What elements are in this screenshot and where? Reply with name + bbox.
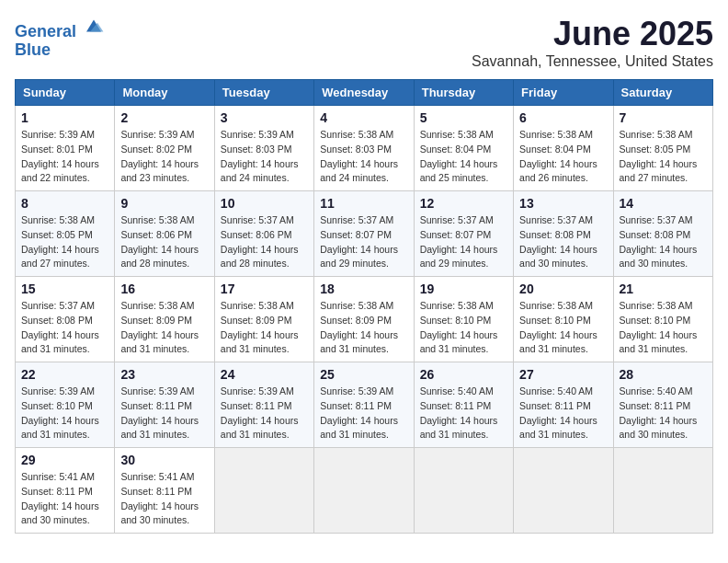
col-header-friday: Friday xyxy=(514,80,613,106)
day-info: Sunrise: 5:41 AMSunset: 8:11 PMDaylight:… xyxy=(120,470,208,528)
day-info: Sunrise: 5:38 AMSunset: 8:09 PMDaylight:… xyxy=(221,299,308,357)
calendar-cell: 20Sunrise: 5:38 AMSunset: 8:10 PMDayligh… xyxy=(514,277,613,362)
col-header-sunday: Sunday xyxy=(16,80,115,106)
calendar-table: SundayMondayTuesdayWednesdayThursdayFrid… xyxy=(15,79,713,534)
day-info: Sunrise: 5:41 AMSunset: 8:11 PMDaylight:… xyxy=(21,470,108,528)
day-number: 5 xyxy=(420,110,507,125)
calendar-cell: 30Sunrise: 5:41 AMSunset: 8:11 PMDayligh… xyxy=(115,448,214,534)
day-info: Sunrise: 5:37 AMSunset: 8:08 PMDaylight:… xyxy=(519,213,607,271)
day-info: Sunrise: 5:38 AMSunset: 8:05 PMDaylight:… xyxy=(620,128,707,186)
day-info: Sunrise: 5:39 AMSunset: 8:02 PMDaylight:… xyxy=(120,128,208,186)
day-number: 10 xyxy=(221,196,308,211)
calendar-cell: 5Sunrise: 5:38 AMSunset: 8:04 PMDaylight… xyxy=(414,106,513,191)
calendar-cell: 18Sunrise: 5:38 AMSunset: 8:09 PMDayligh… xyxy=(314,277,414,362)
calendar-cell: 8Sunrise: 5:38 AMSunset: 8:05 PMDaylight… xyxy=(16,191,115,277)
day-info: Sunrise: 5:37 AMSunset: 8:07 PMDaylight:… xyxy=(320,213,407,271)
day-info: Sunrise: 5:38 AMSunset: 8:10 PMDaylight:… xyxy=(620,299,707,357)
day-number: 23 xyxy=(120,367,208,382)
calendar-cell: 6Sunrise: 5:38 AMSunset: 8:04 PMDaylight… xyxy=(514,106,613,191)
day-number: 18 xyxy=(320,282,407,296)
logo-icon xyxy=(83,15,105,37)
calendar-cell: 10Sunrise: 5:37 AMSunset: 8:06 PMDayligh… xyxy=(214,191,313,277)
day-info: Sunrise: 5:39 AMSunset: 8:01 PMDaylight:… xyxy=(21,128,108,186)
month-title: June 2025 xyxy=(472,15,713,53)
calendar-cell: 3Sunrise: 5:39 AMSunset: 8:03 PMDaylight… xyxy=(214,106,313,191)
calendar-week-5: 29Sunrise: 5:41 AMSunset: 8:11 PMDayligh… xyxy=(16,448,713,534)
day-info: Sunrise: 5:39 AMSunset: 8:11 PMDaylight:… xyxy=(221,385,308,442)
calendar-week-2: 8Sunrise: 5:38 AMSunset: 8:05 PMDaylight… xyxy=(16,191,713,277)
day-number: 25 xyxy=(320,367,407,382)
calendar-cell: 24Sunrise: 5:39 AMSunset: 8:11 PMDayligh… xyxy=(214,362,313,448)
day-number: 2 xyxy=(120,110,208,125)
calendar-cell: 14Sunrise: 5:37 AMSunset: 8:08 PMDayligh… xyxy=(613,191,712,277)
calendar-cell xyxy=(314,448,414,534)
day-info: Sunrise: 5:40 AMSunset: 8:11 PMDaylight:… xyxy=(420,385,507,442)
day-info: Sunrise: 5:37 AMSunset: 8:06 PMDaylight:… xyxy=(221,213,308,271)
calendar-header-row: SundayMondayTuesdayWednesdayThursdayFrid… xyxy=(16,80,713,106)
day-number: 16 xyxy=(120,282,208,296)
day-number: 7 xyxy=(620,110,707,125)
calendar-cell: 22Sunrise: 5:39 AMSunset: 8:10 PMDayligh… xyxy=(16,362,115,448)
calendar-cell: 7Sunrise: 5:38 AMSunset: 8:05 PMDaylight… xyxy=(613,106,712,191)
calendar-cell: 28Sunrise: 5:40 AMSunset: 8:11 PMDayligh… xyxy=(613,362,712,448)
day-number: 3 xyxy=(221,110,308,125)
day-number: 21 xyxy=(620,282,707,296)
calendar-cell: 25Sunrise: 5:39 AMSunset: 8:11 PMDayligh… xyxy=(314,362,414,448)
calendar-week-1: 1Sunrise: 5:39 AMSunset: 8:01 PMDaylight… xyxy=(16,106,713,191)
calendar-cell: 17Sunrise: 5:38 AMSunset: 8:09 PMDayligh… xyxy=(214,277,313,362)
logo-blue: Blue xyxy=(15,40,51,59)
day-number: 19 xyxy=(420,282,507,296)
calendar-cell: 19Sunrise: 5:38 AMSunset: 8:10 PMDayligh… xyxy=(414,277,513,362)
col-header-saturday: Saturday xyxy=(613,80,712,106)
day-number: 22 xyxy=(21,367,108,382)
page-header: General Blue June 2025 Savannah, Tenness… xyxy=(15,15,713,70)
calendar-cell xyxy=(414,448,513,534)
calendar-cell: 23Sunrise: 5:39 AMSunset: 8:11 PMDayligh… xyxy=(115,362,214,448)
calendar-cell: 11Sunrise: 5:37 AMSunset: 8:07 PMDayligh… xyxy=(314,191,414,277)
day-info: Sunrise: 5:38 AMSunset: 8:10 PMDaylight:… xyxy=(420,299,507,357)
day-info: Sunrise: 5:40 AMSunset: 8:11 PMDaylight:… xyxy=(620,385,707,442)
day-info: Sunrise: 5:39 AMSunset: 8:03 PMDaylight:… xyxy=(221,128,308,186)
calendar-cell: 12Sunrise: 5:37 AMSunset: 8:07 PMDayligh… xyxy=(414,191,513,277)
day-info: Sunrise: 5:37 AMSunset: 8:07 PMDaylight:… xyxy=(420,213,507,271)
day-number: 24 xyxy=(221,367,308,382)
calendar-cell: 13Sunrise: 5:37 AMSunset: 8:08 PMDayligh… xyxy=(514,191,613,277)
day-number: 13 xyxy=(519,196,607,211)
day-number: 8 xyxy=(21,196,108,211)
calendar-cell: 9Sunrise: 5:38 AMSunset: 8:06 PMDaylight… xyxy=(115,191,214,277)
day-number: 1 xyxy=(21,110,108,125)
calendar-cell: 27Sunrise: 5:40 AMSunset: 8:11 PMDayligh… xyxy=(514,362,613,448)
day-number: 28 xyxy=(620,367,707,382)
logo-general: General xyxy=(15,22,76,40)
day-info: Sunrise: 5:37 AMSunset: 8:08 PMDaylight:… xyxy=(620,213,707,271)
day-info: Sunrise: 5:38 AMSunset: 8:06 PMDaylight:… xyxy=(120,213,208,271)
day-number: 6 xyxy=(519,110,607,125)
day-info: Sunrise: 5:39 AMSunset: 8:10 PMDaylight:… xyxy=(21,385,108,442)
calendar-cell: 2Sunrise: 5:39 AMSunset: 8:02 PMDaylight… xyxy=(115,106,214,191)
day-info: Sunrise: 5:40 AMSunset: 8:11 PMDaylight:… xyxy=(519,385,607,442)
calendar-week-3: 15Sunrise: 5:37 AMSunset: 8:08 PMDayligh… xyxy=(16,277,713,362)
calendar-cell: 1Sunrise: 5:39 AMSunset: 8:01 PMDaylight… xyxy=(16,106,115,191)
day-number: 12 xyxy=(420,196,507,211)
day-info: Sunrise: 5:38 AMSunset: 8:09 PMDaylight:… xyxy=(320,299,407,357)
title-block: June 2025 Savannah, Tennessee, United St… xyxy=(472,15,713,70)
day-info: Sunrise: 5:39 AMSunset: 8:11 PMDaylight:… xyxy=(320,385,407,442)
calendar-cell: 29Sunrise: 5:41 AMSunset: 8:11 PMDayligh… xyxy=(16,448,115,534)
col-header-thursday: Thursday xyxy=(414,80,513,106)
day-number: 11 xyxy=(320,196,407,211)
day-number: 17 xyxy=(221,282,308,296)
calendar-cell: 15Sunrise: 5:37 AMSunset: 8:08 PMDayligh… xyxy=(16,277,115,362)
day-info: Sunrise: 5:38 AMSunset: 8:05 PMDaylight:… xyxy=(21,213,108,271)
calendar-cell: 21Sunrise: 5:38 AMSunset: 8:10 PMDayligh… xyxy=(613,277,712,362)
day-info: Sunrise: 5:38 AMSunset: 8:03 PMDaylight:… xyxy=(320,128,407,186)
day-number: 30 xyxy=(120,453,208,467)
day-number: 14 xyxy=(620,196,707,211)
day-info: Sunrise: 5:38 AMSunset: 8:09 PMDaylight:… xyxy=(120,299,208,357)
day-info: Sunrise: 5:38 AMSunset: 8:04 PMDaylight:… xyxy=(519,128,607,186)
calendar-cell: 4Sunrise: 5:38 AMSunset: 8:03 PMDaylight… xyxy=(314,106,414,191)
calendar-cell xyxy=(514,448,613,534)
col-header-tuesday: Tuesday xyxy=(214,80,313,106)
day-number: 4 xyxy=(320,110,407,125)
day-info: Sunrise: 5:38 AMSunset: 8:04 PMDaylight:… xyxy=(420,128,507,186)
location: Savannah, Tennessee, United States xyxy=(472,53,713,70)
